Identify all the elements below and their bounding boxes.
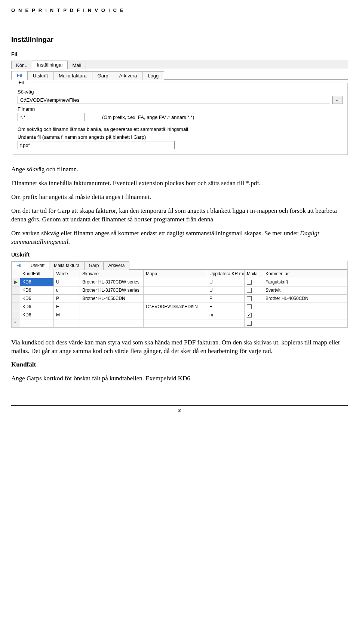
tab-mail[interactable]: Mail	[67, 61, 86, 69]
tab-kor[interactable]: Kör...	[11, 61, 32, 69]
table-row[interactable]: ▶KD6UBrother HL-3170CDW seriesUFärgutskr…	[12, 278, 347, 286]
cell-kundfalt[interactable]: KD6	[20, 311, 54, 319]
cell-skrivare[interactable]	[80, 303, 144, 311]
table-row[interactable]: KD6EC:\EVODEV\Delad\EDI\INE	[12, 303, 347, 311]
cell-kommentar[interactable]	[263, 311, 347, 319]
cell-kommentar[interactable]	[263, 319, 347, 327]
tab2-utskrift[interactable]: Utskrift	[26, 261, 49, 270]
cell-maila[interactable]	[245, 319, 263, 327]
input-sokvag[interactable]	[18, 96, 330, 104]
col-mapp[interactable]: Mapp	[144, 270, 207, 278]
main-tabs: Kör... Inställningar Mail	[11, 60, 348, 69]
checkbox-maila[interactable]	[247, 296, 252, 301]
cell-maila[interactable]	[245, 278, 263, 286]
input-filnamn[interactable]	[18, 113, 85, 121]
table-header-row: KundFält Värde Skrivare Mapp Uppdatera K…	[12, 270, 347, 278]
cell-kommentar[interactable]: Brother HL-4050CDN	[263, 294, 347, 303]
para-5: Om varken sökväg eller filnamn anges så …	[11, 229, 348, 246]
para-3: Om prefix har angetts så måste detta ang…	[11, 193, 348, 202]
col-kommentar[interactable]: Kommentar	[263, 270, 347, 278]
group-legend-fil: Fil	[17, 80, 26, 85]
para-6: Via kundkod och dess värde kan man styra…	[11, 338, 348, 356]
row-marker	[12, 311, 20, 319]
cell-uppdatera[interactable]: U	[207, 286, 245, 294]
cell-uppdatera[interactable]: U	[207, 278, 245, 286]
checkbox-maila[interactable]	[247, 321, 252, 326]
cell-skrivare[interactable]: Brother HL-3170CDW series	[80, 286, 144, 294]
checkbox-maila[interactable]	[247, 280, 252, 285]
input-undanta[interactable]	[18, 141, 175, 149]
cell-varde[interactable]: U	[54, 278, 80, 286]
row-marker: *	[12, 319, 20, 327]
subtab-maila-faktura[interactable]: Maila faktura	[53, 71, 92, 80]
label-filnamn: Filnamn	[18, 106, 343, 112]
col-marker	[12, 270, 20, 278]
utskrift-table[interactable]: KundFält Värde Skrivare Mapp Uppdatera K…	[12, 270, 347, 328]
group-fil: Fil Sökväg ... Filnamn (Om prefix, t.ex.…	[13, 83, 348, 155]
checkbox-maila[interactable]	[247, 304, 252, 309]
row-marker	[12, 286, 20, 294]
cell-kundfalt[interactable]: KD6	[20, 294, 54, 303]
cell-maila[interactable]	[245, 311, 263, 319]
cell-kommentar[interactable]: Svartvit	[263, 286, 347, 294]
table-row[interactable]: KD6uBrother HL-3170CDW seriesUSvartvit	[12, 286, 347, 294]
col-maila[interactable]: Maila	[245, 270, 263, 278]
cell-kundfalt[interactable]: KD6	[20, 286, 54, 294]
browse-button[interactable]: ...	[332, 96, 343, 104]
cell-varde[interactable]: P	[54, 294, 80, 303]
row-marker	[12, 294, 20, 303]
table-row[interactable]: KD6Mm	[12, 311, 347, 319]
cell-skrivare[interactable]	[80, 311, 144, 319]
subtab-logg[interactable]: Logg	[142, 71, 164, 80]
row-marker: ▶	[12, 278, 20, 286]
tab2-garp[interactable]: Garp	[84, 261, 104, 270]
cell-kommentar[interactable]	[263, 303, 347, 311]
table-row[interactable]: KD6PBrother HL-4050CDNPBrother HL-4050CD…	[12, 294, 347, 303]
para-5a: Om varken sökväg eller filnamn anges så …	[11, 230, 300, 237]
subtab-utskrift[interactable]: Utskrift	[27, 71, 53, 80]
cell-skrivare[interactable]	[80, 319, 144, 327]
section-title: Inställningar	[11, 36, 348, 44]
checkbox-maila[interactable]	[247, 288, 252, 293]
para-2: Filnamnet ska innehålla fakturanumret. E…	[11, 179, 348, 188]
col-varde[interactable]: Värde	[54, 270, 80, 278]
cell-maila[interactable]	[245, 294, 263, 303]
cell-uppdatera[interactable]: E	[207, 303, 245, 311]
col-uppdatera[interactable]: Uppdatera KR med	[207, 270, 245, 278]
cell-mapp[interactable]	[144, 286, 207, 294]
subtab-garp[interactable]: Garp	[92, 71, 114, 80]
cell-varde[interactable]: M	[54, 311, 80, 319]
cell-skrivare[interactable]: Brother HL-3170CDW series	[80, 278, 144, 286]
cell-kommentar[interactable]: Färgutskrift	[263, 278, 347, 286]
cell-varde[interactable]: u	[54, 286, 80, 294]
table-row[interactable]: *	[12, 319, 347, 327]
cell-maila[interactable]	[245, 303, 263, 311]
checkbox-maila[interactable]	[247, 313, 252, 318]
subtab-arkivera[interactable]: Arkivera	[114, 71, 143, 80]
cell-mapp[interactable]	[144, 311, 207, 319]
cell-maila[interactable]	[245, 286, 263, 294]
screenshot-utskrift: Fil Utskrift Maila faktura Garp Arkivera…	[11, 261, 348, 328]
note-blank: Om sökväg och filnamn lämnas blanka, så …	[18, 126, 343, 132]
cell-skrivare[interactable]: Brother HL-4050CDN	[80, 294, 144, 303]
cell-uppdatera[interactable]: P	[207, 294, 245, 303]
cell-uppdatera[interactable]	[207, 319, 245, 327]
row-marker	[12, 303, 20, 311]
cell-kundfalt[interactable]: KD6	[20, 303, 54, 311]
tab2-arkivera[interactable]: Arkivera	[103, 261, 129, 270]
col-skrivare[interactable]: Skrivare	[80, 270, 144, 278]
tab-installningar[interactable]: Inställningar	[32, 61, 68, 69]
cell-varde[interactable]: E	[54, 303, 80, 311]
cell-mapp[interactable]	[144, 278, 207, 286]
tab2-fil[interactable]: Fil	[12, 261, 26, 270]
cell-kundfalt[interactable]: KD6	[20, 278, 54, 286]
subtab-fil[interactable]: Fil	[11, 71, 28, 80]
cell-mapp[interactable]	[144, 294, 207, 303]
cell-varde[interactable]	[54, 319, 80, 327]
cell-mapp[interactable]: C:\EVODEV\Delad\EDI\IN	[144, 303, 207, 311]
cell-kundfalt[interactable]	[20, 319, 54, 327]
col-kundfalt[interactable]: KundFält	[20, 270, 54, 278]
cell-uppdatera[interactable]: m	[207, 311, 245, 319]
tab2-maila-faktura[interactable]: Maila faktura	[49, 261, 85, 270]
cell-mapp[interactable]	[144, 319, 207, 327]
